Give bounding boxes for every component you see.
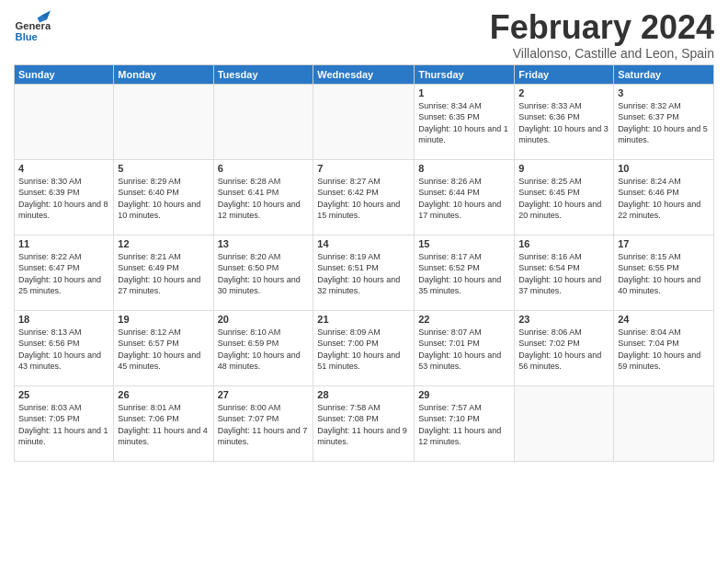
day-info: Sunrise: 8:13 AM Sunset: 6:56 PM Dayligh… [18,327,109,373]
day-info: Sunrise: 8:27 AM Sunset: 6:42 PM Dayligh… [317,176,410,222]
day-number: 29 [418,389,510,400]
calendar-table: SundayMondayTuesdayWednesdayThursdayFrid… [14,64,714,462]
day-info: Sunrise: 8:10 AM Sunset: 6:59 PM Dayligh… [218,327,310,373]
calendar-cell: 22Sunrise: 8:07 AM Sunset: 7:01 PM Dayli… [415,310,515,385]
weekday-header-sunday: Sunday [15,64,114,84]
calendar-cell [15,84,114,159]
calendar-cell: 6Sunrise: 8:28 AM Sunset: 6:41 PM Daylig… [213,159,313,235]
day-number: 1 [418,87,510,98]
day-info: Sunrise: 8:20 AM Sunset: 6:50 PM Dayligh… [218,251,310,297]
day-number: 20 [218,314,310,325]
day-number: 2 [518,87,609,98]
weekday-header-saturday: Saturday [614,64,714,84]
calendar-cell [614,385,714,461]
day-info: Sunrise: 8:09 AM Sunset: 7:00 PM Dayligh… [317,327,410,373]
calendar-cell: 7Sunrise: 8:27 AM Sunset: 6:42 PM Daylig… [313,159,415,235]
day-info: Sunrise: 8:17 AM Sunset: 6:52 PM Dayligh… [418,251,510,297]
day-number: 28 [317,389,410,400]
day-number: 26 [118,389,209,400]
day-info: Sunrise: 8:16 AM Sunset: 6:54 PM Dayligh… [518,251,609,297]
day-number: 24 [618,314,710,325]
calendar-cell: 15Sunrise: 8:17 AM Sunset: 6:52 PM Dayli… [415,235,515,310]
calendar-cell: 5Sunrise: 8:29 AM Sunset: 6:40 PM Daylig… [114,159,213,235]
weekday-header-thursday: Thursday [415,64,515,84]
weekday-header-tuesday: Tuesday [213,64,313,84]
calendar-cell: 20Sunrise: 8:10 AM Sunset: 6:59 PM Dayli… [213,310,313,385]
calendar-cell [515,385,614,461]
day-info: Sunrise: 8:25 AM Sunset: 6:45 PM Dayligh… [518,176,609,222]
day-info: Sunrise: 8:30 AM Sunset: 6:39 PM Dayligh… [18,176,109,222]
day-info: Sunrise: 8:01 AM Sunset: 7:06 PM Dayligh… [118,402,209,448]
weekday-header-wednesday: Wednesday [313,64,415,84]
title-section: February 2024 Villalonso, Castille and L… [490,9,714,61]
calendar-cell: 23Sunrise: 8:06 AM Sunset: 7:02 PM Dayli… [515,310,614,385]
calendar-cell: 18Sunrise: 8:13 AM Sunset: 6:56 PM Dayli… [15,310,114,385]
day-number: 12 [118,238,209,249]
svg-text:General: General [16,20,51,31]
day-number: 8 [418,163,510,174]
day-info: Sunrise: 8:33 AM Sunset: 6:36 PM Dayligh… [518,100,609,146]
calendar-cell [213,84,313,159]
day-info: Sunrise: 8:04 AM Sunset: 7:04 PM Dayligh… [618,327,710,373]
calendar-cell: 14Sunrise: 8:19 AM Sunset: 6:51 PM Dayli… [313,235,415,310]
calendar-cell: 13Sunrise: 8:20 AM Sunset: 6:50 PM Dayli… [213,235,313,310]
calendar-cell: 4Sunrise: 8:30 AM Sunset: 6:39 PM Daylig… [15,159,114,235]
day-number: 23 [518,314,609,325]
calendar-cell: 16Sunrise: 8:16 AM Sunset: 6:54 PM Dayli… [515,235,614,310]
calendar-cell: 25Sunrise: 8:03 AM Sunset: 7:05 PM Dayli… [15,385,114,461]
day-info: Sunrise: 8:22 AM Sunset: 6:47 PM Dayligh… [18,251,109,297]
day-number: 6 [218,163,310,174]
calendar-cell: 17Sunrise: 8:15 AM Sunset: 6:55 PM Dayli… [614,235,714,310]
logo-icon: General Blue [14,9,51,46]
calendar-cell: 9Sunrise: 8:25 AM Sunset: 6:45 PM Daylig… [515,159,614,235]
calendar-cell: 2Sunrise: 8:33 AM Sunset: 6:36 PM Daylig… [515,84,614,159]
calendar-cell [313,84,415,159]
day-number: 7 [317,163,410,174]
day-info: Sunrise: 8:28 AM Sunset: 6:41 PM Dayligh… [218,176,310,222]
calendar-cell: 19Sunrise: 8:12 AM Sunset: 6:57 PM Dayli… [114,310,213,385]
day-number: 3 [618,87,710,98]
day-number: 11 [18,238,109,249]
day-number: 4 [18,163,109,174]
calendar-cell: 27Sunrise: 8:00 AM Sunset: 7:07 PM Dayli… [213,385,313,461]
month-title: February 2024 [490,9,714,46]
day-info: Sunrise: 8:19 AM Sunset: 6:51 PM Dayligh… [317,251,410,297]
calendar-cell: 11Sunrise: 8:22 AM Sunset: 6:47 PM Dayli… [15,235,114,310]
day-info: Sunrise: 8:26 AM Sunset: 6:44 PM Dayligh… [418,176,510,222]
day-number: 18 [18,314,109,325]
day-info: Sunrise: 8:21 AM Sunset: 6:49 PM Dayligh… [118,251,209,297]
svg-text:Blue: Blue [16,31,38,42]
day-number: 16 [518,238,609,249]
day-number: 14 [317,238,410,249]
weekday-header-friday: Friday [515,64,614,84]
day-info: Sunrise: 8:12 AM Sunset: 6:57 PM Dayligh… [118,327,209,373]
subtitle: Villalonso, Castille and Leon, Spain [490,46,714,61]
calendar-cell: 10Sunrise: 8:24 AM Sunset: 6:46 PM Dayli… [614,159,714,235]
calendar-cell: 8Sunrise: 8:26 AM Sunset: 6:44 PM Daylig… [415,159,515,235]
calendar-cell: 1Sunrise: 8:34 AM Sunset: 6:35 PM Daylig… [415,84,515,159]
day-info: Sunrise: 8:32 AM Sunset: 6:37 PM Dayligh… [618,100,710,146]
day-info: Sunrise: 8:34 AM Sunset: 6:35 PM Dayligh… [418,100,510,146]
logo: General Blue [14,9,51,46]
day-info: Sunrise: 7:57 AM Sunset: 7:10 PM Dayligh… [418,402,510,448]
day-number: 19 [118,314,209,325]
day-number: 10 [618,163,710,174]
day-info: Sunrise: 8:29 AM Sunset: 6:40 PM Dayligh… [118,176,209,222]
day-info: Sunrise: 8:15 AM Sunset: 6:55 PM Dayligh… [618,251,710,297]
day-info: Sunrise: 8:07 AM Sunset: 7:01 PM Dayligh… [418,327,510,373]
day-number: 9 [518,163,609,174]
day-info: Sunrise: 7:58 AM Sunset: 7:08 PM Dayligh… [317,402,410,448]
day-number: 13 [218,238,310,249]
weekday-header-monday: Monday [114,64,213,84]
calendar-cell: 28Sunrise: 7:58 AM Sunset: 7:08 PM Dayli… [313,385,415,461]
day-info: Sunrise: 8:06 AM Sunset: 7:02 PM Dayligh… [518,327,609,373]
calendar-cell: 3Sunrise: 8:32 AM Sunset: 6:37 PM Daylig… [614,84,714,159]
calendar-cell: 12Sunrise: 8:21 AM Sunset: 6:49 PM Dayli… [114,235,213,310]
day-number: 17 [618,238,710,249]
day-number: 21 [317,314,410,325]
calendar-cell [114,84,213,159]
day-number: 27 [218,389,310,400]
calendar-cell: 21Sunrise: 8:09 AM Sunset: 7:00 PM Dayli… [313,310,415,385]
calendar-cell: 24Sunrise: 8:04 AM Sunset: 7:04 PM Dayli… [614,310,714,385]
day-number: 15 [418,238,510,249]
